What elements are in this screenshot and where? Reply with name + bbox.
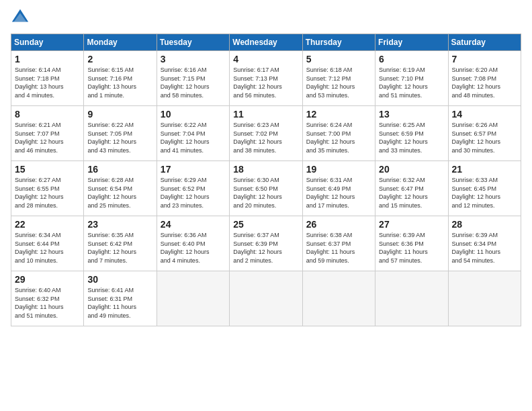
day-number: 7 bbox=[452, 54, 517, 64]
calendar-cell: 7Sunrise: 6:20 AM Sunset: 7:08 PM Daylig… bbox=[448, 51, 521, 106]
day-info: Sunrise: 6:24 AM Sunset: 7:00 PM Dayligh… bbox=[306, 121, 371, 154]
calendar-cell: 17Sunrise: 6:29 AM Sunset: 6:52 PM Dayli… bbox=[157, 161, 229, 216]
day-info: Sunrise: 6:28 AM Sunset: 6:54 PM Dayligh… bbox=[87, 176, 152, 210]
calendar-cell: 20Sunrise: 6:32 AM Sunset: 6:47 PM Dayli… bbox=[375, 161, 448, 216]
day-info: Sunrise: 6:17 AM Sunset: 7:13 PM Dayligh… bbox=[233, 66, 298, 99]
calendar-cell bbox=[157, 271, 229, 326]
day-number: 26 bbox=[306, 219, 371, 230]
day-info: Sunrise: 6:23 AM Sunset: 7:02 PM Dayligh… bbox=[233, 121, 298, 154]
day-info: Sunrise: 6:25 AM Sunset: 6:59 PM Dayligh… bbox=[379, 121, 444, 154]
day-number: 1 bbox=[15, 54, 80, 64]
header bbox=[11, 8, 521, 27]
calendar-cell: 21Sunrise: 6:33 AM Sunset: 6:45 PM Dayli… bbox=[448, 161, 521, 216]
week-row-2: 8Sunrise: 6:21 AM Sunset: 7:07 PM Daylig… bbox=[11, 106, 521, 161]
calendar-cell: 3Sunrise: 6:16 AM Sunset: 7:15 PM Daylig… bbox=[157, 51, 229, 106]
day-number: 30 bbox=[87, 274, 152, 285]
calendar-cell: 5Sunrise: 6:18 AM Sunset: 7:12 PM Daylig… bbox=[302, 51, 375, 106]
day-info: Sunrise: 6:27 AM Sunset: 6:55 PM Dayligh… bbox=[15, 176, 80, 210]
day-number: 23 bbox=[87, 219, 152, 230]
calendar-cell: 24Sunrise: 6:36 AM Sunset: 6:40 PM Dayli… bbox=[157, 216, 229, 271]
day-number: 24 bbox=[161, 219, 226, 230]
day-number: 27 bbox=[379, 219, 444, 230]
day-info: Sunrise: 6:30 AM Sunset: 6:50 PM Dayligh… bbox=[233, 176, 298, 210]
day-number: 8 bbox=[15, 109, 80, 120]
calendar-body: 1Sunrise: 6:14 AM Sunset: 7:18 PM Daylig… bbox=[11, 51, 521, 326]
day-number: 11 bbox=[233, 109, 298, 120]
day-number: 28 bbox=[452, 219, 517, 230]
calendar-cell: 22Sunrise: 6:34 AM Sunset: 6:44 PM Dayli… bbox=[11, 216, 84, 271]
day-info: Sunrise: 6:39 AM Sunset: 6:34 PM Dayligh… bbox=[452, 231, 517, 265]
calendar-cell: 2Sunrise: 6:15 AM Sunset: 7:16 PM Daylig… bbox=[84, 51, 157, 106]
calendar-cell: 25Sunrise: 6:37 AM Sunset: 6:39 PM Dayli… bbox=[230, 216, 302, 271]
weekday-row: SundayMondayTuesdayWednesdayThursdayFrid… bbox=[11, 34, 521, 51]
day-info: Sunrise: 6:38 AM Sunset: 6:37 PM Dayligh… bbox=[306, 231, 371, 265]
day-number: 10 bbox=[161, 109, 226, 120]
day-number: 25 bbox=[233, 219, 298, 230]
weekday-header-thursday: Thursday bbox=[302, 34, 375, 51]
calendar-cell bbox=[230, 271, 302, 326]
week-row-4: 22Sunrise: 6:34 AM Sunset: 6:44 PM Dayli… bbox=[11, 216, 521, 271]
day-info: Sunrise: 6:16 AM Sunset: 7:15 PM Dayligh… bbox=[161, 66, 226, 99]
calendar-cell: 28Sunrise: 6:39 AM Sunset: 6:34 PM Dayli… bbox=[448, 216, 521, 271]
day-info: Sunrise: 6:18 AM Sunset: 7:12 PM Dayligh… bbox=[306, 66, 371, 99]
weekday-header-sunday: Sunday bbox=[11, 34, 84, 51]
day-info: Sunrise: 6:36 AM Sunset: 6:40 PM Dayligh… bbox=[161, 231, 226, 265]
calendar-cell: 1Sunrise: 6:14 AM Sunset: 7:18 PM Daylig… bbox=[11, 51, 84, 106]
weekday-header-friday: Friday bbox=[375, 34, 448, 51]
weekday-header-wednesday: Wednesday bbox=[230, 34, 302, 51]
day-number: 21 bbox=[452, 164, 517, 175]
day-number: 2 bbox=[87, 54, 152, 64]
day-info: Sunrise: 6:40 AM Sunset: 6:32 PM Dayligh… bbox=[15, 286, 80, 320]
day-number: 14 bbox=[452, 109, 517, 120]
calendar-cell: 10Sunrise: 6:22 AM Sunset: 7:04 PM Dayli… bbox=[157, 106, 229, 161]
day-number: 19 bbox=[306, 164, 371, 175]
calendar-cell: 26Sunrise: 6:38 AM Sunset: 6:37 PM Dayli… bbox=[302, 216, 375, 271]
day-info: Sunrise: 6:41 AM Sunset: 6:31 PM Dayligh… bbox=[87, 286, 152, 320]
day-info: Sunrise: 6:37 AM Sunset: 6:39 PM Dayligh… bbox=[233, 231, 298, 265]
day-number: 22 bbox=[15, 219, 80, 230]
day-number: 12 bbox=[306, 109, 371, 120]
day-info: Sunrise: 6:29 AM Sunset: 6:52 PM Dayligh… bbox=[161, 176, 226, 210]
calendar-cell: 12Sunrise: 6:24 AM Sunset: 7:00 PM Dayli… bbox=[302, 106, 375, 161]
week-row-3: 15Sunrise: 6:27 AM Sunset: 6:55 PM Dayli… bbox=[11, 161, 521, 216]
calendar-cell bbox=[448, 271, 521, 326]
day-info: Sunrise: 6:33 AM Sunset: 6:45 PM Dayligh… bbox=[452, 176, 517, 210]
day-info: Sunrise: 6:19 AM Sunset: 7:10 PM Dayligh… bbox=[379, 66, 444, 99]
calendar-cell: 16Sunrise: 6:28 AM Sunset: 6:54 PM Dayli… bbox=[84, 161, 157, 216]
day-info: Sunrise: 6:35 AM Sunset: 6:42 PM Dayligh… bbox=[87, 231, 152, 265]
logo-icon bbox=[11, 8, 30, 27]
day-number: 20 bbox=[379, 164, 444, 175]
day-info: Sunrise: 6:21 AM Sunset: 7:07 PM Dayligh… bbox=[15, 121, 80, 154]
day-number: 4 bbox=[233, 54, 298, 64]
calendar-cell: 9Sunrise: 6:22 AM Sunset: 7:05 PM Daylig… bbox=[84, 106, 157, 161]
day-number: 3 bbox=[161, 54, 226, 64]
day-number: 18 bbox=[233, 164, 298, 175]
calendar-cell bbox=[375, 271, 448, 326]
day-number: 5 bbox=[306, 54, 371, 64]
calendar-header: SundayMondayTuesdayWednesdayThursdayFrid… bbox=[11, 34, 521, 51]
calendar-cell: 14Sunrise: 6:26 AM Sunset: 6:57 PM Dayli… bbox=[448, 106, 521, 161]
day-number: 29 bbox=[15, 274, 80, 285]
calendar-cell: 27Sunrise: 6:39 AM Sunset: 6:36 PM Dayli… bbox=[375, 216, 448, 271]
day-info: Sunrise: 6:34 AM Sunset: 6:44 PM Dayligh… bbox=[15, 231, 80, 265]
day-number: 13 bbox=[379, 109, 444, 120]
day-number: 15 bbox=[15, 164, 80, 175]
day-info: Sunrise: 6:26 AM Sunset: 6:57 PM Dayligh… bbox=[452, 121, 517, 154]
day-number: 9 bbox=[87, 109, 152, 120]
calendar-cell: 23Sunrise: 6:35 AM Sunset: 6:42 PM Dayli… bbox=[84, 216, 157, 271]
day-info: Sunrise: 6:14 AM Sunset: 7:18 PM Dayligh… bbox=[15, 66, 80, 99]
day-info: Sunrise: 6:15 AM Sunset: 7:16 PM Dayligh… bbox=[87, 66, 152, 99]
calendar-cell: 29Sunrise: 6:40 AM Sunset: 6:32 PM Dayli… bbox=[11, 271, 84, 326]
day-number: 6 bbox=[379, 54, 444, 64]
day-info: Sunrise: 6:39 AM Sunset: 6:36 PM Dayligh… bbox=[379, 231, 444, 265]
day-info: Sunrise: 6:32 AM Sunset: 6:47 PM Dayligh… bbox=[379, 176, 444, 210]
calendar-cell: 18Sunrise: 6:30 AM Sunset: 6:50 PM Dayli… bbox=[230, 161, 302, 216]
calendar-cell: 11Sunrise: 6:23 AM Sunset: 7:02 PM Dayli… bbox=[230, 106, 302, 161]
calendar-cell: 6Sunrise: 6:19 AM Sunset: 7:10 PM Daylig… bbox=[375, 51, 448, 106]
day-info: Sunrise: 6:22 AM Sunset: 7:05 PM Dayligh… bbox=[87, 121, 152, 154]
calendar-cell bbox=[302, 271, 375, 326]
calendar-table: SundayMondayTuesdayWednesdayThursdayFrid… bbox=[11, 34, 521, 326]
weekday-header-saturday: Saturday bbox=[448, 34, 521, 51]
day-number: 16 bbox=[87, 164, 152, 175]
calendar-cell: 8Sunrise: 6:21 AM Sunset: 7:07 PM Daylig… bbox=[11, 106, 84, 161]
